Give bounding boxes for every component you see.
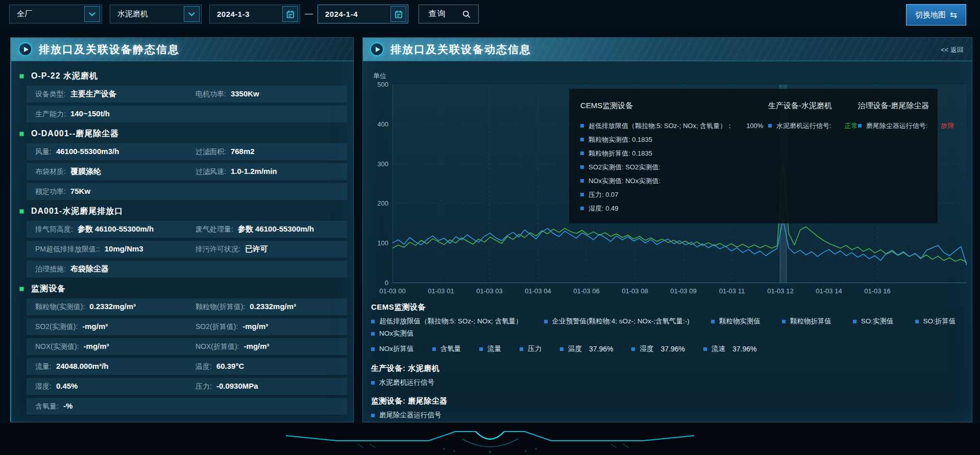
start-date-calendar-button[interactable] xyxy=(282,6,298,22)
blue-square-marker-icon xyxy=(371,381,375,385)
legend-item-value: 37.96% xyxy=(660,345,684,353)
dynamic-panel-titlebar: 排放口及关联设备动态信息 << 返回 xyxy=(363,38,972,61)
field-label: 布袋材质: xyxy=(35,167,66,176)
field-value: 参数 46100-55300m/h xyxy=(78,224,154,234)
info-cell: 额定功率:75Kw xyxy=(27,187,347,196)
legend-item[interactable]: 湿度37.96% xyxy=(631,344,684,353)
switch-map-button[interactable]: 切换地图 ⇆ xyxy=(906,4,966,26)
y-axis-tick-label: 300 xyxy=(369,160,388,168)
info-cell: 颗粒物(实测值):0.2332mg/m³ xyxy=(27,302,187,312)
query-button[interactable]: 查询 xyxy=(419,5,479,23)
section-heading: 监测设备 xyxy=(19,281,347,297)
legend-item-value: 37.96% xyxy=(732,345,756,353)
info-cell: 流量:24048.000m³/h xyxy=(27,362,187,371)
legend-item[interactable]: SO:折算值 xyxy=(915,317,956,326)
blue-square-marker-icon xyxy=(580,179,584,183)
legend-item-label: 颗粒物实测值 xyxy=(719,317,761,326)
legend-item[interactable]: NOx折算值 xyxy=(371,344,414,353)
field-value: -mg/m³ xyxy=(244,342,270,350)
legend-item[interactable]: SO:实测值 xyxy=(853,317,894,326)
static-info-rows: O-P-22 水泥磨机设备类型:主要生产设备电机功率:3350Kw生产能力:14… xyxy=(11,61,353,415)
tooltip-item-value: 正常 xyxy=(845,119,858,133)
back-link[interactable]: << 返回 xyxy=(941,45,964,55)
tooltip-item-text: 湿度: 0.49 xyxy=(589,201,619,215)
end-date-calendar-button[interactable] xyxy=(390,6,406,22)
legend-item[interactable]: 颗粒物折算值 xyxy=(782,317,831,326)
field-label: PM超低排排放限值:: xyxy=(35,245,100,254)
chart-tooltip: CEMS监测设备超低排放限值（颗拉物:5: SOz-; NOx; 含氧量）：10… xyxy=(569,89,938,223)
tooltip-item-value: 故障 xyxy=(941,119,954,133)
info-row: 设备类型:主要生产设备电机功率:3350Kw xyxy=(27,86,347,103)
top-toolbar: 全厂 水泥磨机 2024-1-3 — 2024-1-4 查询 切换地图 ⇆ xyxy=(0,0,980,29)
field-value: 60.39°C xyxy=(216,362,244,370)
field-label: 颗粒物(实测值): xyxy=(35,302,85,312)
field-value: 24048.000m³/h xyxy=(56,362,109,370)
x-axis-tick-label: 01-03 06 xyxy=(568,287,605,295)
legend-item[interactable]: 含氧量 xyxy=(432,344,461,353)
field-label: SO2(实测值): xyxy=(35,322,78,332)
field-label: 排污许可状况: xyxy=(195,245,240,254)
device-select-dropdown-button[interactable] xyxy=(184,6,200,22)
legend-item[interactable]: 企业预警值(颗粒物:4; sOz-; NOx-;含氧气量:-) xyxy=(544,317,690,326)
legend-item[interactable]: 温度37.96% xyxy=(560,344,613,353)
blue-square-marker-icon xyxy=(711,320,715,323)
field-label: NOX(实测值): xyxy=(35,342,79,351)
dynamic-panel-title: 排放口及关联设备动态信息 xyxy=(390,42,531,57)
field-value: -mg/m³ xyxy=(82,322,108,331)
tooltip-item-text: 超低排放限值（颗拉物:5: SOz-; NOx; 含氧量）： xyxy=(589,119,733,133)
tooltip-item: 压力: 0.07 xyxy=(580,188,768,201)
y-axis-tick-label: 0 xyxy=(369,279,388,287)
x-axis-tick-label: 01-03 00 xyxy=(374,287,411,295)
end-date-input[interactable]: 2024-1-4 xyxy=(317,5,408,23)
chevron-down-icon xyxy=(89,10,95,16)
legend-item[interactable]: 超低排放限值（颗拉物:5: SOz-; NOx; 含氧量） xyxy=(371,317,523,326)
start-date-input[interactable]: 2024-1-3 xyxy=(209,5,300,23)
legend-item[interactable]: 流量 xyxy=(479,344,501,353)
section-heading-label: DA001-水泥磨尾排放口 xyxy=(31,206,123,217)
tooltip-column-title: 生产设备-水泥磨机 xyxy=(768,101,858,111)
info-row: SO2(实测值):-mg/m³SO2(折算值):-mg/m³ xyxy=(27,318,347,335)
y-axis-unit-label: 单位 xyxy=(373,71,386,81)
field-label: 压力: xyxy=(195,382,212,391)
legend-item[interactable]: NOx实测值 xyxy=(371,329,414,338)
legend-item-label: NOx折算值 xyxy=(379,344,414,353)
legend-production-item[interactable]: 水泥磨机运行信号 xyxy=(371,378,965,387)
plant-select-dropdown-button[interactable] xyxy=(84,6,100,22)
field-value: -0.0930MPa xyxy=(216,382,258,390)
calendar-icon xyxy=(394,10,403,19)
blue-square-marker-icon xyxy=(544,320,548,323)
tooltip-item-text: 磨尾除尘器运行信号: xyxy=(866,119,928,133)
legend-item-label: 磨尾除尘器运行信号 xyxy=(379,411,442,420)
legend-item[interactable]: 颗粒物实测值 xyxy=(711,317,761,326)
legend-monitor-item[interactable]: 磨尾除尘器运行信号 xyxy=(371,411,965,420)
legend-item-label: 湿度 xyxy=(640,344,653,353)
tooltip-column-title: CEMS监测设备 xyxy=(580,101,768,111)
tooltip-item: NOx实测值: NOx实测值: xyxy=(580,174,768,188)
blue-square-marker-icon xyxy=(631,347,635,351)
field-label: 设备类型: xyxy=(35,90,66,99)
static-info-panel: 排放口及关联设备静态信息 O-P-22 水泥磨机设备类型:主要生产设备电机功率:… xyxy=(10,37,354,422)
blue-square-marker-icon xyxy=(580,165,584,169)
field-value: -mg/m³ xyxy=(242,322,268,331)
legend-item[interactable]: 流速37.96% xyxy=(703,344,756,353)
info-row: NOX(实测值):-mg/m³NOX(折算值):-mg/m³ xyxy=(27,338,347,355)
legend-monitor-heading: 监测设备: 磨尾除尘器 xyxy=(371,396,965,406)
field-label: 电机功率: xyxy=(195,90,226,99)
field-label: 流量: xyxy=(35,362,52,371)
field-label: SO2(折算值): xyxy=(195,322,238,332)
plant-select[interactable]: 全厂 xyxy=(9,5,102,23)
info-cell: 排气筒高度:参数 46100-55300m/h xyxy=(27,224,187,234)
info-cell: NOX(实测值):-mg/m³ xyxy=(27,342,187,351)
blue-square-marker-icon xyxy=(915,320,919,323)
legend-item[interactable]: 压力 xyxy=(520,344,542,353)
switch-map-label: 切换地图 xyxy=(915,10,946,20)
blue-square-marker-icon xyxy=(580,124,584,128)
tooltip-item: 湿度: 0.49 xyxy=(580,201,768,215)
device-select[interactable]: 水泥磨机 xyxy=(110,5,202,23)
field-label: 治理措施: xyxy=(35,265,66,274)
tooltip-item-text: 水泥磨机运行信号: xyxy=(776,119,831,133)
blue-square-marker-icon xyxy=(853,320,856,323)
legend-item-value: 37.96% xyxy=(589,345,613,353)
tooltip-item: 颗粒物实测值: 0.1835 xyxy=(580,133,768,146)
field-label: 含氧量: xyxy=(35,402,59,411)
